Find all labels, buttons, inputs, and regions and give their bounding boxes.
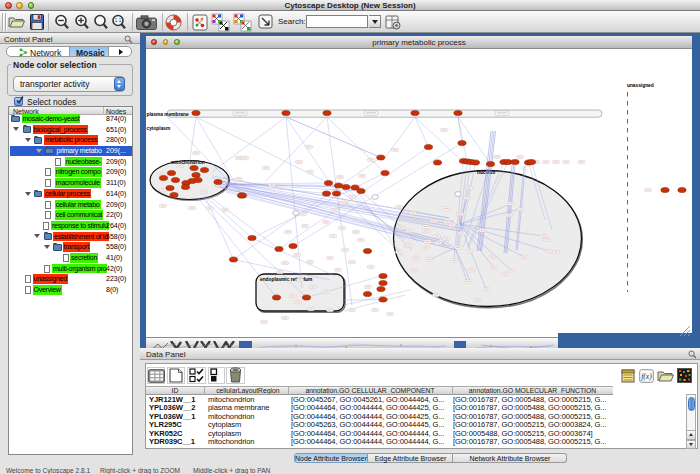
svg-text:cytoplasm: cytoplasm [147,126,171,131]
svg-text:1:1: 1:1 [115,18,122,23]
svg-text:plasma membrane: plasma membrane [147,112,189,117]
svg-text:mitochondrion: mitochondrion [171,160,205,165]
svg-text:endoplasmic reticulum: endoplasmic reticulum [260,277,312,282]
svg-text:f(x): f(x) [641,372,652,381]
svg-text:unassigned: unassigned [627,83,654,88]
